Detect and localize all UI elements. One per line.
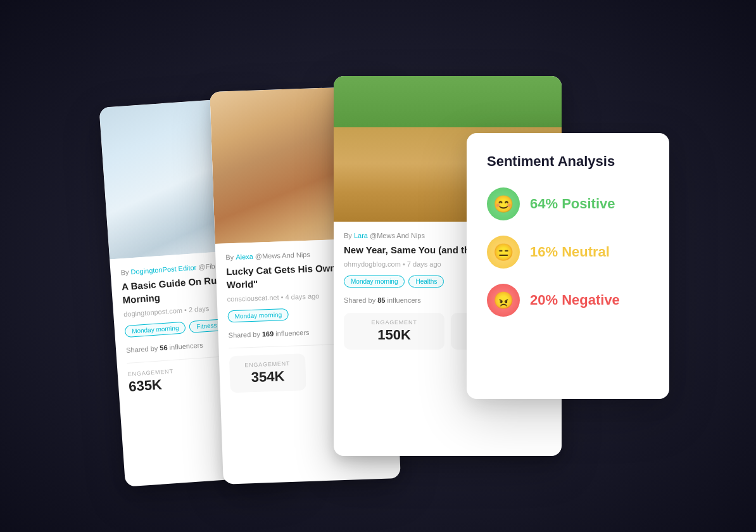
neutral-emoji-icon: 😑: [487, 236, 520, 269]
tag-healths[interactable]: Healths: [408, 276, 444, 288]
card2-engagement-label: ENGAGEMENT: [236, 360, 299, 368]
sentiment-positive: 😊 64% Positive: [487, 187, 649, 220]
card2-engagement-value: 354K: [236, 367, 300, 386]
tag-monday-morning[interactable]: Monday morning: [124, 321, 186, 338]
sentiment-title: Sentiment Analysis: [487, 153, 649, 170]
positive-percentage: 64% Positive: [530, 196, 615, 212]
card2-author[interactable]: Alexa: [236, 253, 253, 261]
negative-percentage: 20% Negative: [530, 292, 620, 308]
neutral-percentage: 16% Neutral: [530, 244, 610, 260]
tag-monday-morning-2[interactable]: Monday morning: [227, 308, 289, 322]
card1-author[interactable]: DogingtonPost Editor: [130, 263, 197, 276]
positive-emoji-icon: 😊: [487, 187, 520, 220]
negative-emoji-icon: 😠: [487, 284, 520, 317]
card3-author[interactable]: Lara: [354, 232, 368, 239]
card3-engagement-col: ENGAGEMENT 150K: [344, 313, 444, 350]
tag-monday-morning-3[interactable]: Monday morning: [344, 276, 405, 288]
card3-engagement-label: ENGAGEMENT: [350, 319, 438, 326]
sentiment-neutral: 😑 16% Neutral: [487, 236, 649, 269]
card3-engagement-value: 150K: [350, 327, 438, 343]
card2-engagement-col: ENGAGEMENT 354K: [229, 353, 306, 393]
sentiment-negative: 😠 20% Negative: [487, 284, 649, 317]
scene: By DogingtonPost Editor @Fib A Basic Gui…: [93, 51, 663, 481]
sentiment-analysis-card: Sentiment Analysis 😊 64% Positive 😑 16% …: [467, 133, 669, 399]
